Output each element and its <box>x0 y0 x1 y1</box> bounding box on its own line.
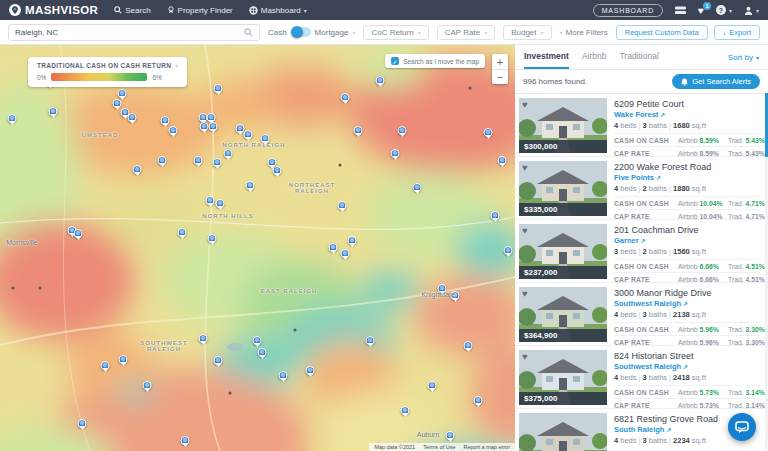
map-pin[interactable] <box>78 419 87 428</box>
map-pin[interactable] <box>504 246 513 255</box>
tab-traditional[interactable]: Traditional <box>619 45 658 69</box>
map-pin[interactable] <box>128 113 137 122</box>
map-pin[interactable] <box>338 201 347 210</box>
listing-address[interactable]: 3000 Manor Ridge Drive <box>614 288 760 298</box>
search-icon[interactable] <box>244 28 253 37</box>
map-pin[interactable] <box>341 249 350 258</box>
map-pin[interactable] <box>484 128 493 137</box>
listing-card[interactable]: ♥ $335,000 2200 Wake Forest Road Five Po… <box>515 157 768 220</box>
map-pin[interactable] <box>209 122 218 131</box>
map-pin[interactable] <box>214 356 223 365</box>
map-pin[interactable] <box>74 229 83 238</box>
map-pin[interactable] <box>491 211 500 220</box>
map-pin[interactable] <box>474 396 483 405</box>
listing-neighborhood-link[interactable]: Wake Forest <box>614 110 658 119</box>
map-pin[interactable] <box>464 341 473 350</box>
map-pin[interactable] <box>354 126 363 135</box>
search-as-move-checkbox[interactable]: ✓ Search as I move the map <box>385 54 485 68</box>
map-pin[interactable] <box>181 436 190 445</box>
map-pin[interactable] <box>306 366 315 375</box>
map-pin[interactable] <box>199 334 208 343</box>
location-searchbox[interactable] <box>8 24 260 41</box>
map-legend[interactable]: TRADITIONAL CASH ON CASH RETURN ▾ 0% 6% <box>28 57 187 87</box>
listing-card[interactable]: ♥ $375,000 824 Historian Street Southwes… <box>515 346 768 409</box>
map-pin[interactable] <box>398 126 407 135</box>
map-pin[interactable] <box>143 381 152 390</box>
listing-neighborhood-link[interactable]: Southwest Raleigh <box>614 362 681 371</box>
listing-neighborhood-link[interactable]: Garner <box>614 236 639 245</box>
map-pin[interactable] <box>244 130 253 139</box>
map-pin[interactable] <box>133 165 142 174</box>
nav-item-search[interactable]: Search <box>114 6 150 15</box>
favorite-heart-icon[interactable]: ♥ <box>522 352 528 362</box>
map-pin[interactable] <box>376 76 385 85</box>
listing-neighborhood-link[interactable]: Five Points <box>614 173 654 182</box>
heatmap-map[interactable]: TRADITIONAL CASH ON CASH RETURN ▾ 0% 6% … <box>0 45 515 451</box>
map-pin[interactable] <box>428 381 437 390</box>
map-pin[interactable] <box>118 89 127 98</box>
map-pin[interactable] <box>253 336 262 345</box>
filter-chip-cap-rate[interactable]: CAP Rate▾ <box>437 25 495 40</box>
terms-link[interactable]: Terms of Use <box>423 444 455 450</box>
map-pin[interactable] <box>213 158 222 167</box>
listing-address[interactable]: 2200 Wake Forest Road <box>614 162 760 172</box>
filter-chip-budget[interactable]: Budget▾ <box>503 25 551 40</box>
map-pin[interactable] <box>451 291 460 300</box>
favorite-heart-icon[interactable]: ♥ <box>522 100 528 110</box>
map-pin[interactable] <box>366 336 375 345</box>
favorite-heart-icon[interactable]: ♥ <box>522 226 528 236</box>
get-search-alerts-button[interactable]: Get Search Alerts <box>672 74 760 89</box>
map-pin[interactable] <box>207 113 216 122</box>
map-pin[interactable] <box>329 243 338 252</box>
map-pin[interactable] <box>206 196 215 205</box>
map-pin[interactable] <box>200 122 209 131</box>
map-pin[interactable] <box>446 431 455 440</box>
cards-icon[interactable] <box>675 6 686 15</box>
mashboard-button[interactable]: MASHBOARD <box>593 4 663 17</box>
zoom-out-button[interactable]: − <box>492 69 508 84</box>
map-pin[interactable] <box>413 183 422 192</box>
map-pin[interactable] <box>348 236 357 245</box>
map-pin[interactable] <box>178 228 187 237</box>
map-pin[interactable] <box>391 149 400 158</box>
map-pin[interactable] <box>161 116 170 125</box>
map-pin[interactable] <box>8 114 17 123</box>
map-pin[interactable] <box>268 158 277 167</box>
report-error-link[interactable]: Report a map error <box>464 444 510 450</box>
map-pin[interactable] <box>169 126 178 135</box>
map-pin[interactable] <box>341 93 350 102</box>
cash-mortgage-toggle[interactable] <box>291 27 311 37</box>
map-pin[interactable] <box>208 234 217 243</box>
map-pin[interactable] <box>246 181 255 190</box>
map-pin[interactable] <box>113 99 122 108</box>
map-pin[interactable] <box>261 134 270 143</box>
listing-card[interactable]: ♥ $300,000 6209 Petite Court Wake Forest… <box>515 94 768 157</box>
map-pin[interactable] <box>214 84 223 93</box>
map-pin[interactable] <box>438 284 447 293</box>
mashvisor-logo[interactable]: MASHVISOR <box>9 4 98 16</box>
listing-address[interactable]: 6209 Petite Court <box>614 99 760 109</box>
map-pin[interactable] <box>401 406 410 415</box>
map-pin[interactable] <box>216 199 225 208</box>
map-pin[interactable] <box>101 361 110 370</box>
favorite-heart-icon[interactable]: ♥ <box>522 163 528 173</box>
filter-chip-coc-return[interactable]: CoC Return▾ <box>363 25 428 40</box>
listing-neighborhood-link[interactable]: Southwest Raleigh <box>614 299 681 308</box>
account-menu[interactable]: ▾ <box>744 6 759 15</box>
tab-airbnb[interactable]: Airbnb <box>582 45 607 69</box>
map-pin[interactable] <box>258 348 267 357</box>
request-custom-data-button[interactable]: Request Custom Data <box>616 25 708 40</box>
tab-investment[interactable]: Investment <box>524 45 569 69</box>
map-pin[interactable] <box>498 156 507 165</box>
nav-item-mashboard[interactable]: Mashboard ▾ <box>249 6 307 15</box>
favorite-heart-icon[interactable]: ♡ <box>522 415 531 425</box>
listing-card[interactable]: ♥ $237,000 201 Coachman Drive Garner ↗ <box>515 220 768 283</box>
map-pin[interactable] <box>119 355 128 364</box>
listing-address[interactable]: 201 Coachman Drive <box>614 225 760 235</box>
listing-card[interactable]: ♥ $364,900 3000 Manor Ridge Drive Southw… <box>515 283 768 346</box>
map-pin[interactable] <box>194 156 203 165</box>
zoom-in-button[interactable]: + <box>492 54 508 69</box>
chat-widget-button[interactable] <box>728 413 756 441</box>
nav-item-property-finder[interactable]: Property Finder <box>167 6 233 15</box>
map-pin[interactable] <box>279 371 288 380</box>
